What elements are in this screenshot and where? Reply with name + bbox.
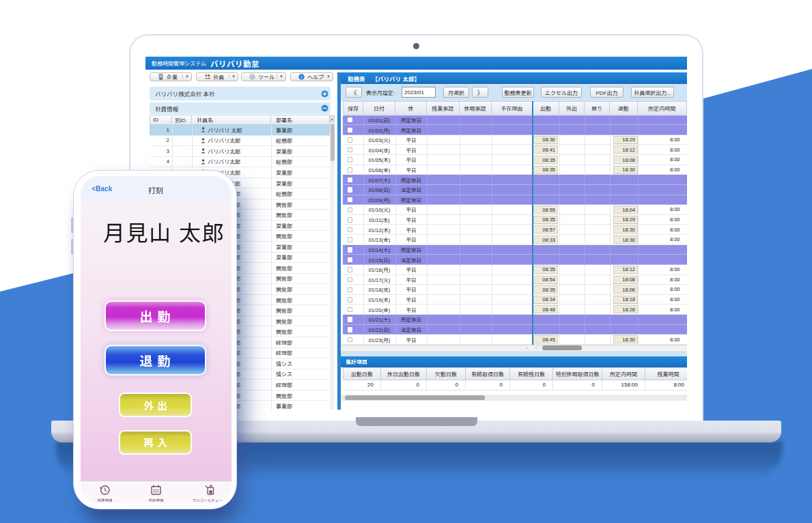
svg-text:i: i xyxy=(301,74,302,79)
